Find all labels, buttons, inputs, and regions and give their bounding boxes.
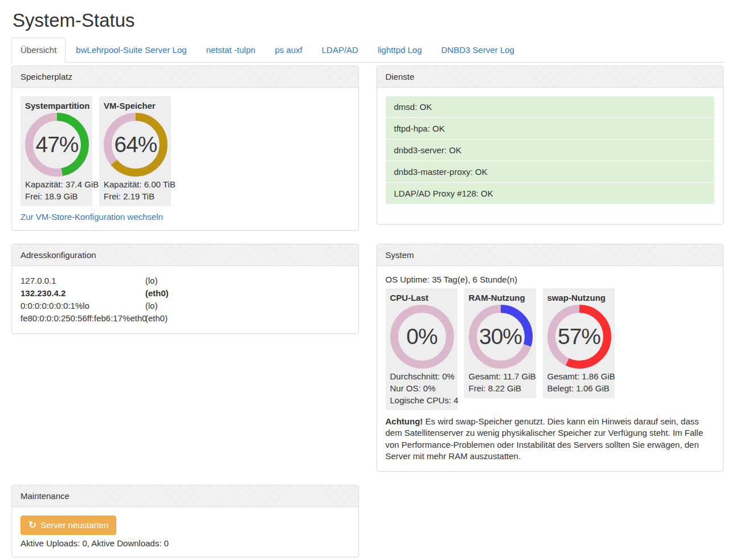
- warning-body: Es wird swap-Speicher genutzt. Dies kann…: [386, 416, 704, 461]
- panel-speicherplatz-title: Speicherplatz: [12, 66, 358, 88]
- tab-netstat[interactable]: netstat -tulpn: [197, 38, 265, 62]
- donut-percent-label: 57%: [547, 305, 611, 369]
- ram-free-line: Frei: 8.22 GiB: [469, 382, 531, 394]
- page-container: System-Status Übersicht bwLehrpool-Suite…: [0, 10, 736, 560]
- interface-name: (lo): [145, 300, 350, 312]
- panel-maintenance-title: Maintenance: [12, 485, 358, 507]
- free-line: Frei: 18.9 GiB: [25, 190, 88, 202]
- tab-ldap-ad[interactable]: LDAP/AD: [313, 38, 367, 62]
- chart-tile-systempartition: Systempartition 47% Kapazität: 37.4 GiB …: [21, 96, 92, 206]
- donut-percent-label: 47%: [25, 113, 89, 177]
- panel-adresskonfiguration-title: Adresskonfiguration: [12, 244, 358, 266]
- tab-ps-auxf[interactable]: ps auxf: [265, 38, 311, 62]
- chart-tile-swap-nutzung: swap-Nutzung 57% Gesamt: 1.86 GiB Belegt…: [543, 288, 615, 398]
- swap-warning-text: Achtung! Es wird swap-Speicher genutzt. …: [386, 416, 715, 463]
- cpu-average-line: Durchschnitt: 0%: [390, 370, 453, 382]
- chart-title: swap-Nutzung: [547, 292, 610, 303]
- address-value: 132.230.4.2: [21, 287, 145, 300]
- address-value: 127.0.0.1: [21, 275, 145, 287]
- cpu-logical-line: Logische CPUs: 4: [390, 394, 453, 406]
- chart-tile-ram-nutzung: RAM-Nutzung 30% Gesamt: 11.7 GiB Frei: 8…: [464, 288, 536, 398]
- server-restart-label: Server neustarten: [40, 520, 108, 531]
- tab-uebersicht[interactable]: Übersicht: [11, 38, 66, 62]
- os-uptime: OS Uptime: 35 Tag(e), 6 Stunde(n): [386, 275, 715, 284]
- capacity-line: Kapazität: 6.00 TiB: [104, 178, 166, 190]
- panel-speicherplatz: Speicherplatz Systempartition 47%: [11, 66, 359, 231]
- warning-bold-prefix: Achtung!: [386, 416, 423, 426]
- panel-system: System OS Uptime: 35 Tag(e), 6 Stunde(n)…: [377, 244, 724, 472]
- donut-percent-label: 0%: [390, 305, 454, 369]
- swap-total-line: Gesamt: 1.86 GiB: [547, 370, 610, 382]
- chart-tile-cpu-last: CPU-Last 0% Durchschnitt: 0% Nur OS: 0% …: [386, 288, 457, 410]
- refresh-icon: ↻: [28, 520, 36, 530]
- panel-dienste-title: Dienste: [377, 66, 723, 88]
- service-status-dnbd3-master-proxy: dnbd3-master-proxy: OK: [386, 161, 715, 183]
- interface-name: (eth0): [145, 287, 350, 300]
- active-transfers-status: Aktive Uploads: 0, Aktive Downloads: 0: [21, 538, 350, 548]
- interface-name: (eth0): [145, 312, 350, 325]
- address-value: fe80:0:0:0:250:56ff:feb6:17%eth0: [21, 312, 145, 325]
- service-status-dmsd: dmsd: OK: [386, 96, 715, 118]
- chart-title: VM-Speicher: [104, 100, 166, 111]
- service-status-list: dmsd: OK tftpd-hpa: OK dnbd3-server: OK …: [386, 96, 715, 204]
- tab-bar: Übersicht bwLehrpool-Suite Server Log ne…: [11, 38, 723, 62]
- free-line: Frei: 2.19 TiB: [104, 190, 166, 202]
- tab-lighttpd-log[interactable]: lighttpd Log: [369, 38, 431, 62]
- address-value: 0:0:0:0:0:0:0:1%lo: [21, 300, 145, 312]
- chart-title: RAM-Nutzung: [469, 292, 531, 303]
- ram-total-line: Gesamt: 11.7 GiB: [469, 370, 531, 382]
- panel-dienste: Dienste dmsd: OK tftpd-hpa: OK dnbd3-ser…: [377, 66, 724, 224]
- tab-dnbd3-server-log[interactable]: DNBD3 Server Log: [432, 38, 524, 62]
- chart-title: CPU-Last: [390, 292, 453, 303]
- service-status-tftpd-hpa: tftpd-hpa: OK: [386, 118, 715, 140]
- interface-name: (lo): [145, 275, 350, 287]
- panel-system-title: System: [377, 244, 723, 266]
- panel-grid: Speicherplatz Systempartition 47%: [11, 66, 723, 557]
- chart-title: Systempartition: [25, 100, 88, 111]
- panel-maintenance: Maintenance ↻ Server neustarten Aktive U…: [11, 485, 359, 557]
- donut-percent-label: 30%: [469, 305, 533, 369]
- cpu-os-line: Nur OS: 0%: [390, 382, 453, 394]
- capacity-line: Kapazität: 37.4 GiB: [25, 178, 88, 190]
- server-restart-button[interactable]: ↻ Server neustarten: [21, 516, 116, 535]
- swap-used-line: Belegt: 1.06 GiB: [547, 382, 610, 394]
- chart-tile-vm-speicher: VM-Speicher 64% Kapazität: 6.00 TiB Frei…: [99, 96, 171, 206]
- service-status-ldap-ad-proxy: LDAP/AD Proxy #128: OK: [386, 183, 715, 204]
- service-status-dnbd3-server: dnbd3-server: OK: [386, 140, 715, 161]
- address-table: 127.0.0.1 (lo) 132.230.4.2 (eth0) 0:0:0:…: [21, 275, 350, 325]
- panel-adresskonfiguration: Adresskonfiguration 127.0.0.1 (lo) 132.2…: [11, 244, 359, 334]
- donut-percent-label: 64%: [104, 113, 167, 177]
- vm-store-config-link[interactable]: Zur VM-Store-Konfiguration wechseln: [21, 212, 163, 222]
- page-title: System-Status: [13, 10, 723, 31]
- tab-bwlehrpool-suite-server-log[interactable]: bwLehrpool-Suite Server Log: [67, 38, 195, 62]
